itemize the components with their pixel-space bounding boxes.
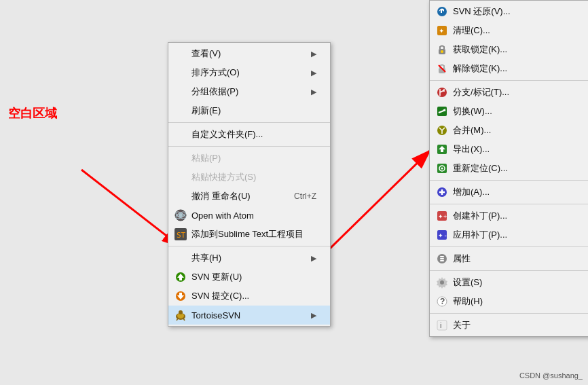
svn-commit-icon bbox=[174, 290, 187, 302]
svg-point-5 bbox=[179, 213, 183, 217]
watermark: CSDN @sushang_ bbox=[519, 371, 583, 380]
menu-item-view[interactable]: 查看(V) ▶ bbox=[168, 44, 330, 63]
group-icon bbox=[174, 86, 187, 98]
separator-2 bbox=[168, 146, 330, 147]
menu-item-switch[interactable]: 切换(W)... bbox=[430, 102, 588, 121]
menu-item-paste-shortcut[interactable]: 粘贴快捷方式(S) bbox=[168, 168, 330, 187]
properties-icon bbox=[435, 253, 449, 265]
svn-update-icon bbox=[174, 271, 187, 283]
paste-shortcut-icon bbox=[174, 171, 187, 183]
blank-area-label: 空白区域 bbox=[8, 105, 57, 122]
folder-icon bbox=[174, 128, 187, 141]
left-context-menu: 查看(V) ▶ 排序方式(O) ▶ 分组依据(P) ▶ 刷新(E) 自定义文件夹… bbox=[168, 42, 331, 327]
merge-icon bbox=[435, 124, 449, 136]
svg-rect-41 bbox=[440, 256, 444, 257]
sublime-icon: ST bbox=[174, 228, 187, 240]
separator-r6 bbox=[430, 313, 588, 314]
svg-rect-43 bbox=[440, 260, 444, 261]
menu-item-properties[interactable]: 属性 bbox=[430, 249, 588, 268]
branch-icon bbox=[435, 86, 449, 98]
menu-item-atom[interactable]: Open with Atom bbox=[168, 206, 330, 225]
svg-point-16 bbox=[179, 310, 183, 314]
menu-item-paste[interactable]: 粘贴(P) bbox=[168, 149, 330, 168]
menu-item-create-patch[interactable]: ✦+ 创建补丁(P)... bbox=[430, 206, 588, 225]
menu-item-export[interactable]: 导出(X)... bbox=[430, 140, 588, 159]
menu-item-share[interactable]: 共享(H) ▶ bbox=[168, 249, 330, 268]
remove-lock-icon bbox=[435, 62, 449, 75]
help-icon: ? bbox=[435, 295, 449, 308]
paste-icon bbox=[174, 152, 187, 164]
svg-point-34 bbox=[441, 168, 443, 170]
menu-item-undo[interactable]: 撤消 重命名(U) Ctrl+Z bbox=[168, 187, 330, 206]
svg-text:?: ? bbox=[440, 297, 445, 306]
export-icon bbox=[435, 143, 449, 155]
menu-item-clean[interactable]: ✦ 清理(C)... bbox=[430, 21, 588, 40]
view-icon bbox=[174, 48, 187, 60]
menu-item-settings[interactable]: 设置(S) bbox=[430, 273, 588, 292]
menu-item-sort[interactable]: 排序方式(O) ▶ bbox=[168, 63, 330, 82]
apply-patch-icon: ✦← bbox=[435, 229, 449, 241]
clean-icon: ✦ bbox=[435, 24, 449, 37]
menu-item-get-lock[interactable]: 获取锁定(K)... bbox=[430, 40, 588, 59]
menu-item-svn-update[interactable]: SVN 更新(U) bbox=[168, 268, 330, 287]
menu-item-svn-commit[interactable]: SVN 提交(C)... bbox=[168, 287, 330, 306]
tortoise-icon bbox=[174, 309, 187, 321]
svg-text:✦←: ✦← bbox=[438, 232, 448, 239]
menu-item-branch-tag[interactable]: 分支/标记(T)... bbox=[430, 83, 588, 102]
svg-point-23 bbox=[441, 50, 443, 53]
svg-rect-42 bbox=[440, 258, 444, 259]
share-icon bbox=[174, 252, 187, 264]
svg-text:✦+: ✦+ bbox=[438, 213, 447, 220]
separator-r5 bbox=[430, 270, 588, 271]
add-icon bbox=[435, 186, 449, 198]
menu-item-relocate[interactable]: 重新定位(C)... bbox=[430, 159, 588, 178]
svg-point-26 bbox=[437, 88, 447, 97]
svn-revert-icon bbox=[435, 5, 449, 18]
menu-item-about[interactable]: i 关于 bbox=[430, 316, 588, 335]
menu-item-add[interactable]: 增加(A)... bbox=[430, 183, 588, 202]
separator-r1 bbox=[430, 80, 588, 81]
separator-r4 bbox=[430, 246, 588, 247]
settings-icon bbox=[435, 276, 449, 289]
menu-item-group[interactable]: 分组依据(P) ▶ bbox=[168, 82, 330, 101]
svg-text:ST: ST bbox=[177, 231, 186, 240]
separator-r3 bbox=[430, 204, 588, 204]
atom-icon bbox=[174, 209, 187, 221]
sort-icon bbox=[174, 67, 187, 79]
relocate-icon bbox=[435, 162, 449, 175]
menu-item-custom-folder[interactable]: 自定义文件夹(F)... bbox=[168, 125, 330, 144]
svg-line-18 bbox=[183, 318, 185, 320]
menu-item-help[interactable]: ? 帮助(H) bbox=[430, 292, 588, 311]
separator-3 bbox=[168, 246, 330, 246]
refresh-icon bbox=[174, 105, 187, 117]
menu-item-merge[interactable]: 合并(M)... bbox=[430, 121, 588, 140]
menu-item-sublime[interactable]: ST 添加到Sublime Text工程项目 bbox=[168, 225, 330, 244]
undo-icon bbox=[174, 190, 187, 202]
menu-item-remove-lock[interactable]: 解除锁定(K)... bbox=[430, 59, 588, 78]
separator-r2 bbox=[430, 180, 588, 181]
svg-line-2 bbox=[81, 170, 182, 248]
menu-item-apply-patch[interactable]: ✦← 应用补丁(P)... bbox=[430, 225, 588, 244]
svg-text:✦: ✦ bbox=[439, 27, 444, 35]
svg-line-17 bbox=[177, 318, 178, 320]
get-lock-icon bbox=[435, 43, 449, 56]
switch-icon bbox=[435, 105, 449, 117]
right-context-menu: SVN 还原(V)... ✦ 清理(C)... 获取锁定(K)... bbox=[429, 0, 588, 337]
separator-1 bbox=[168, 122, 330, 123]
menu-item-refresh[interactable]: 刷新(E) bbox=[168, 101, 330, 120]
svg-text:i: i bbox=[440, 321, 441, 329]
menu-item-svn-revert[interactable]: SVN 还原(V)... bbox=[430, 2, 588, 21]
svg-rect-47 bbox=[437, 320, 447, 330]
about-icon: i bbox=[435, 319, 449, 331]
menu-item-tortoise[interactable]: TortoiseSVN ▶ bbox=[168, 306, 330, 325]
create-patch-icon: ✦+ bbox=[435, 210, 449, 222]
